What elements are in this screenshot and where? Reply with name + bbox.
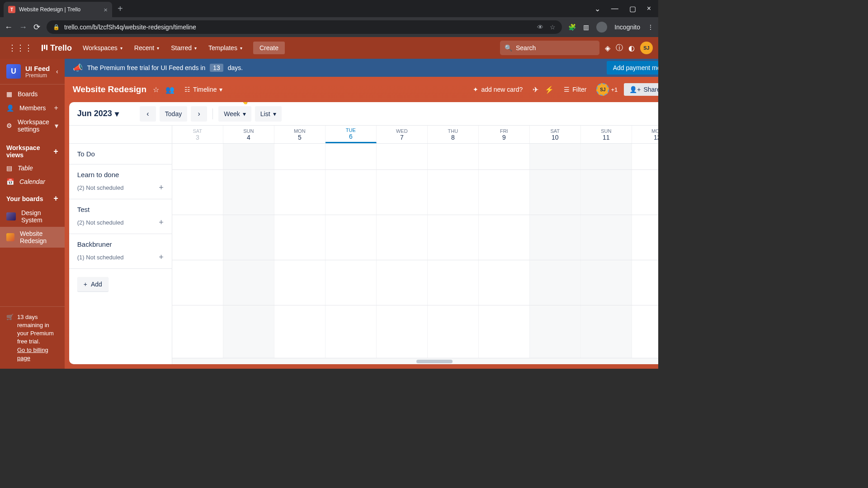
star-icon[interactable]: ☆ xyxy=(153,85,159,94)
help-icon[interactable]: ⓘ xyxy=(616,43,623,53)
nav-workspaces[interactable]: Workspaces▾ xyxy=(78,44,127,52)
premium-trial-banner: 📣 The Premium free trial for UI Feed end… xyxy=(65,59,658,77)
butler-hint[interactable]: ✦ add new card? xyxy=(469,83,526,96)
bolt-icon[interactable]: ⚡ xyxy=(545,85,554,94)
eye-off-icon[interactable]: 👁 xyxy=(537,23,543,31)
view-switcher[interactable]: ☷ Timeline ▾ xyxy=(181,83,226,96)
sidebar-item-members[interactable]: 👤 Members + xyxy=(0,101,65,115)
timeline-lane[interactable]: To Do xyxy=(69,144,172,164)
sidebar-view-calendar[interactable]: 📅 Calendar xyxy=(0,175,65,188)
add-view-icon[interactable]: + xyxy=(53,147,58,156)
extensions-icon[interactable]: 🧩 xyxy=(568,23,576,31)
apps-grid-icon[interactable]: ⋮⋮⋮ xyxy=(5,43,35,53)
nav-templates[interactable]: Templates▾ xyxy=(204,44,247,52)
star-icon[interactable]: ☆ xyxy=(550,23,556,31)
add-list-button[interactable]: + Add xyxy=(77,277,108,291)
sidebar-view-table[interactable]: ▤ Table xyxy=(0,161,65,175)
timeline-column[interactable] xyxy=(274,144,326,358)
scroll-thumb[interactable] xyxy=(416,360,453,363)
timeline-lane[interactable]: Learn to done(2) Not scheduled+ xyxy=(69,164,172,199)
close-tab-icon[interactable]: × xyxy=(104,6,108,14)
timeline-column[interactable] xyxy=(581,144,632,358)
add-payment-button[interactable]: Add payment method xyxy=(607,61,658,75)
browser-menu-icon[interactable]: ⋮ xyxy=(647,23,654,31)
timeline-column[interactable] xyxy=(326,144,377,358)
horizontal-scrollbar[interactable]: ▶ xyxy=(172,358,658,364)
gear-icon: ⚙ xyxy=(6,122,12,129)
timeline-column[interactable] xyxy=(428,144,479,358)
chevron-down-icon: ▾ xyxy=(120,46,123,51)
maximize-icon[interactable]: ▢ xyxy=(629,5,636,13)
reload-icon[interactable]: ⟳ xyxy=(33,22,40,32)
next-button[interactable]: › xyxy=(191,106,207,122)
lane-unscheduled[interactable]: (2) Not scheduled+ xyxy=(77,218,164,227)
browser-tab[interactable]: T Website Redesign | Trello × xyxy=(4,2,112,17)
day-header: SUN11 xyxy=(581,126,632,143)
today-button[interactable]: Today xyxy=(160,106,187,122)
timeline-column[interactable] xyxy=(377,144,428,358)
add-board-icon[interactable]: + xyxy=(53,194,58,203)
megaphone-icon: 📣 xyxy=(73,63,83,73)
tabs-dropdown-icon[interactable]: ⌄ xyxy=(594,5,600,13)
plus-icon[interactable]: + xyxy=(159,218,164,227)
lane-title: To Do xyxy=(77,150,164,158)
nav-recent[interactable]: Recent▾ xyxy=(130,44,164,52)
timeline-toolbar: Jun 2023 ▾ ‹ Today › Week ▾ List ▾ xyxy=(69,102,658,126)
plus-icon[interactable]: + xyxy=(159,183,164,192)
board-header: Website Redesign ☆ 👥 ☷ Timeline ▾ ✦ add … xyxy=(65,77,658,102)
plus-icon[interactable]: + xyxy=(159,253,164,262)
forward-icon[interactable]: → xyxy=(19,23,27,32)
timeline-column[interactable] xyxy=(223,144,274,358)
sidebar-item-boards[interactable]: ▦ Boards xyxy=(0,87,65,101)
timeline-column[interactable] xyxy=(530,144,581,358)
range-selector[interactable]: Week ▾ xyxy=(218,106,251,122)
theme-icon[interactable]: ◐ xyxy=(628,44,635,52)
filter-button[interactable]: ☰ Filter xyxy=(560,83,590,96)
trello-favicon: T xyxy=(8,6,15,13)
cart-icon: 🛒 xyxy=(6,313,14,362)
notifications-icon[interactable]: ◈ xyxy=(605,44,610,52)
timeline-column[interactable] xyxy=(172,144,223,358)
new-tab-button[interactable]: + xyxy=(112,4,128,14)
share-button[interactable]: 👤+ Share xyxy=(624,83,658,96)
timeline-grid[interactable]: SAT3SUN4MON5TUE6WED7THU8FRI9SAT10SUN11MO… xyxy=(172,126,658,364)
board-title[interactable]: Website Redesign xyxy=(73,84,146,94)
workspace-views-heading: Workspace views + xyxy=(0,139,65,161)
lane-unscheduled[interactable]: (2) Not scheduled+ xyxy=(77,183,164,192)
filter-icon: ☰ xyxy=(564,86,570,93)
billing-link[interactable]: Go to billing page xyxy=(17,347,48,361)
nav-starred[interactable]: Starred▾ xyxy=(166,44,201,52)
lane-unscheduled[interactable]: (1) Not scheduled+ xyxy=(77,253,164,262)
timeline-column[interactable] xyxy=(479,144,530,358)
lane-title: Learn to done xyxy=(77,171,164,178)
month-selector[interactable]: Jun 2023 ▾ xyxy=(77,109,119,119)
sidebar-board-website-redesign[interactable]: Website Redesign xyxy=(0,227,65,248)
prev-button[interactable]: ‹ xyxy=(140,106,156,122)
side-panel-icon[interactable]: ▥ xyxy=(583,23,589,31)
grouping-selector[interactable]: List ▾ xyxy=(255,106,282,122)
workspace-name: UI Feed xyxy=(25,65,50,72)
trello-logo[interactable]: Trello xyxy=(38,43,75,53)
rocket-icon[interactable]: ✈ xyxy=(533,85,538,94)
timeline-column[interactable] xyxy=(632,144,658,358)
visibility-icon[interactable]: 👥 xyxy=(165,85,175,94)
search-input[interactable]: 🔍 Search xyxy=(500,41,599,55)
sidebar-board-design-system[interactable]: Design System xyxy=(0,206,65,227)
timeline-lane[interactable]: Test(2) Not scheduled+ xyxy=(69,199,172,234)
day-header: SAT3 xyxy=(172,126,223,143)
add-member-icon[interactable]: + xyxy=(54,104,58,112)
close-window-icon[interactable]: × xyxy=(647,5,651,13)
user-avatar[interactable]: SJ xyxy=(640,42,653,54)
workspace-header[interactable]: U UI Feed Premium ‹ xyxy=(0,59,65,84)
back-icon[interactable]: ← xyxy=(5,23,13,32)
sidebar-item-settings[interactable]: ⚙ Workspace settings ▾ xyxy=(0,115,65,136)
incognito-avatar-icon[interactable] xyxy=(596,22,607,33)
collapse-sidebar-icon[interactable]: ‹ xyxy=(56,68,58,75)
table-icon: ▤ xyxy=(6,164,12,172)
board-members[interactable]: SJ +1 xyxy=(596,83,618,96)
day-header: MON5 xyxy=(274,126,326,143)
address-bar[interactable]: 🔒 trello.com/b/lzcfSh4q/website-redesign… xyxy=(47,20,562,34)
timeline-lane[interactable]: Backbruner(1) Not scheduled+ xyxy=(69,234,172,269)
minimize-icon[interactable]: — xyxy=(611,5,618,13)
create-button[interactable]: Create xyxy=(253,42,285,54)
